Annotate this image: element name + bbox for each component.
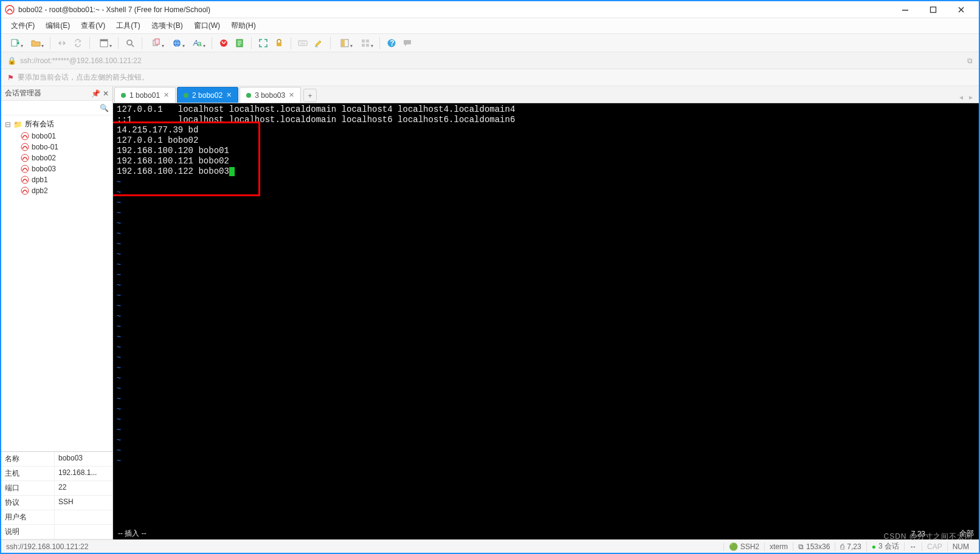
tree-root[interactable]: ⊟ 📁 所有会话	[2, 118, 111, 131]
minimize-button[interactable]	[891, 1, 919, 18]
session-item[interactable]: bobo01	[2, 131, 111, 142]
properties-button[interactable]	[95, 36, 113, 50]
prop-value	[55, 525, 112, 539]
highlight-icon[interactable]	[312, 36, 325, 50]
expander-icon[interactable]: ⊟	[5, 120, 11, 129]
session-tree: ⊟ 📁 所有会话 bobo01 bobo-01 bobo02 bobo03 dp…	[1, 115, 112, 451]
green-doc-icon[interactable]	[233, 36, 246, 50]
vim-cursor-pos: 7,23	[864, 530, 937, 538]
svg-point-27	[21, 165, 29, 173]
svg-rect-8	[155, 39, 159, 44]
sess-dot-icon: ●	[872, 542, 876, 551]
red-circle-icon[interactable]	[217, 36, 230, 50]
highlight-box	[113, 121, 260, 196]
hint-bar: ⚑ 要添加当前会话，点击左侧的箭头按钮。	[1, 69, 979, 86]
session-icon	[21, 132, 29, 140]
toolbar-separator	[212, 37, 212, 49]
address-text[interactable]: ssh://root:******@192.168.100.121:22	[20, 56, 142, 65]
tab-label: 1 bobo01	[129, 91, 160, 100]
window-title: bobo02 - root@bobo01:~ - Xshell 7 (Free …	[18, 5, 891, 14]
tab-close-icon[interactable]: ✕	[164, 91, 169, 99]
globe-button[interactable]	[168, 36, 186, 50]
svg-point-0	[5, 5, 14, 14]
prop-key: 说明	[1, 525, 55, 539]
status-sessions: ●3 会话	[866, 541, 904, 552]
session-label: bobo03	[32, 165, 56, 173]
tab-bobo03[interactable]: 3 bobo03✕	[240, 87, 301, 103]
search-button[interactable]	[123, 36, 137, 50]
keyboard-icon[interactable]	[296, 36, 309, 50]
tab-next-icon[interactable]: ▸	[967, 92, 975, 103]
tab-status-dot	[184, 93, 188, 98]
status-cap: CAP	[922, 542, 947, 551]
session-manager-title: 会话管理器	[5, 88, 91, 98]
session-item[interactable]: bobo02	[2, 152, 111, 163]
toolbar-separator	[142, 37, 142, 49]
session-item[interactable]: dpb1	[2, 174, 111, 185]
toolbar-separator	[291, 37, 291, 49]
panel-close-icon[interactable]: ✕	[103, 89, 109, 98]
session-manager-panel: 会话管理器 📌 ✕ 🔍 ⊟ 📁 所有会话 bobo01 bobo-01 bobo…	[1, 86, 113, 539]
new-session-button[interactable]	[6, 36, 24, 50]
open-session-button[interactable]	[27, 36, 45, 50]
fullscreen-button[interactable]	[257, 36, 270, 50]
tab-bobo02[interactable]: 2 bobo02✕	[177, 87, 238, 103]
disconnect-button[interactable]	[55, 36, 69, 50]
copy-address-icon[interactable]: ⧉	[967, 56, 973, 65]
font-button[interactable]: Aa	[188, 36, 207, 50]
menu-file[interactable]: 文件(F)	[6, 18, 40, 33]
tab-column: 1 bobo01✕ 2 bobo02✕ 3 bobo03✕ ＋ ◂ ▸ 127.…	[113, 86, 979, 539]
svg-rect-2	[931, 7, 936, 12]
tab-status-dot	[246, 93, 251, 98]
main-row: 会话管理器 📌 ✕ 🔍 ⊟ 📁 所有会话 bobo01 bobo-01 bobo…	[1, 86, 979, 539]
toolbar-separator	[379, 37, 380, 49]
tile-button[interactable]	[356, 36, 374, 50]
status-bar: ssh://192.168.100.121:22 🟢SSH2 xterm ⧉15…	[1, 539, 979, 553]
menu-help[interactable]: 帮助(H)	[226, 18, 261, 33]
copy-button[interactable]	[147, 36, 165, 50]
reconnect-button[interactable]	[71, 36, 85, 50]
prop-key: 名称	[1, 452, 55, 466]
toolbar-separator	[50, 37, 50, 49]
tab-close-icon[interactable]: ✕	[226, 91, 232, 99]
hint-text: 要添加当前会话，点击左侧的箭头按钮。	[18, 72, 149, 83]
session-item[interactable]: dpb2	[2, 185, 111, 196]
vim-scroll-pos: 全部	[937, 528, 974, 539]
menu-edit[interactable]: 编辑(E)	[41, 18, 75, 33]
layout-button[interactable]	[336, 36, 354, 50]
session-properties: 名称bobo03 主机192.168.1... 端口22 协议SSH 用户名 说…	[1, 451, 112, 539]
prop-row: 说明	[1, 525, 112, 539]
status-term: xterm	[764, 542, 793, 551]
svg-point-26	[21, 154, 29, 162]
status-size: ⧉153x36	[793, 542, 835, 551]
lock-icon[interactable]	[272, 36, 286, 50]
search-icon[interactable]: 🔍	[100, 104, 109, 112]
terminal-status-line: -- 插入 -- 7,23 全部	[113, 527, 979, 539]
svg-rect-20	[362, 44, 365, 47]
svg-point-28	[21, 176, 29, 183]
close-button[interactable]	[947, 1, 975, 18]
menu-tab[interactable]: 选项卡(B)	[147, 18, 188, 33]
tab-bobo01[interactable]: 1 bobo01✕	[114, 87, 176, 103]
session-item[interactable]: bobo-01	[2, 142, 111, 152]
status-ssh: 🟢SSH2	[723, 542, 764, 551]
tab-close-icon[interactable]: ✕	[289, 91, 294, 99]
menu-view[interactable]: 查看(V)	[76, 18, 110, 33]
title-bar: bobo02 - root@bobo01:~ - Xshell 7 (Free …	[1, 1, 979, 18]
help-icon[interactable]: ?	[385, 36, 398, 50]
svg-rect-5	[100, 39, 108, 41]
tab-nav: ◂ ▸	[957, 92, 979, 103]
pin-icon[interactable]: 📌	[91, 89, 100, 98]
session-manager-header: 会话管理器 📌 ✕	[1, 86, 112, 101]
svg-rect-18	[362, 39, 365, 43]
maximize-button[interactable]	[919, 1, 947, 18]
chat-icon[interactable]	[401, 36, 414, 50]
tab-status-dot	[121, 93, 126, 98]
tab-prev-icon[interactable]: ◂	[957, 92, 965, 103]
prop-value	[55, 510, 112, 524]
tab-add-button[interactable]: ＋	[303, 89, 317, 102]
session-item[interactable]: bobo03	[2, 163, 111, 174]
prop-key: 端口	[1, 481, 55, 495]
menu-window[interactable]: 窗口(W)	[189, 18, 225, 33]
menu-tools[interactable]: 工具(T)	[111, 18, 145, 33]
